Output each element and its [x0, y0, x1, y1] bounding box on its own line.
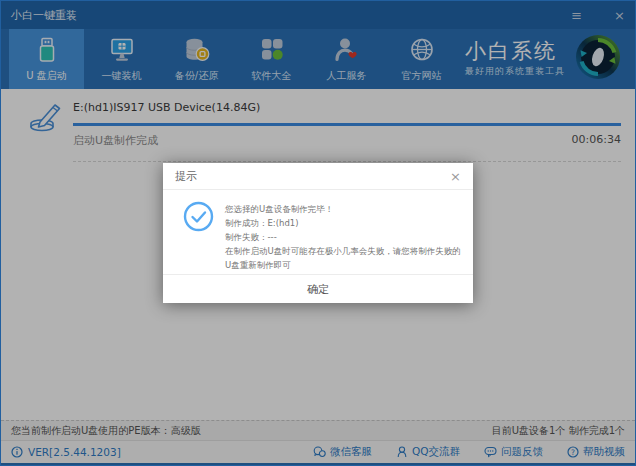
message-line: 您选择的U盘设备制作完毕！ — [225, 202, 461, 216]
message-line: 制作失败：--- — [225, 230, 461, 244]
dialog-footer: 确定 — [163, 274, 473, 303]
dialog-close-icon[interactable]: × — [450, 170, 461, 183]
dialog-title: 提示 — [175, 169, 197, 184]
app-window: 小白一键重装 ≡ × U 盘启动 — [0, 0, 636, 466]
dialog-message: 您选择的U盘设备制作完毕！ 制作成功：E:(hd1) 制作失败：--- 在制作启… — [225, 201, 461, 274]
message-line: 在制作启动U盘时可能存在极小几率会失败，请您将制作失败的 — [225, 244, 461, 258]
alert-dialog: 提示 × 您选择的U盘设备制作完毕！ 制作成功：E:(hd1) 制作失败：---… — [163, 163, 473, 303]
message-line: 制作成功：E:(hd1) — [225, 216, 461, 230]
success-check-icon — [183, 201, 214, 232]
dialog-header: 提示 × — [163, 163, 473, 190]
dialog-body: 您选择的U盘设备制作完毕！ 制作成功：E:(hd1) 制作失败：--- 在制作启… — [163, 190, 473, 274]
ok-button[interactable]: 确定 — [273, 279, 363, 300]
message-line: U盘重新制作即可 — [225, 258, 461, 272]
